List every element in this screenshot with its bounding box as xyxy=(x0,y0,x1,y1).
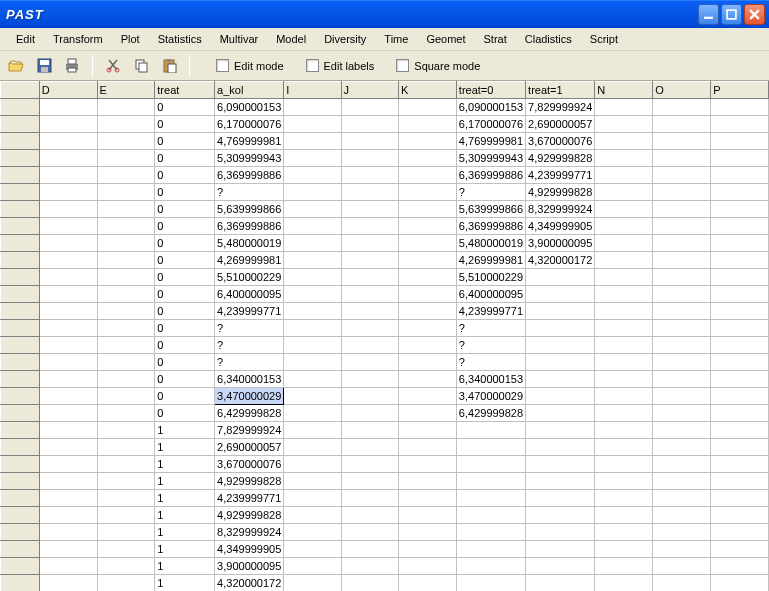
cell[interactable] xyxy=(595,354,653,371)
row-header[interactable] xyxy=(1,303,40,320)
square-mode-toggle[interactable]: Square mode xyxy=(396,59,480,72)
column-header[interactable]: O xyxy=(653,82,711,99)
cell[interactable] xyxy=(526,354,595,371)
cell[interactable] xyxy=(97,150,155,167)
cell[interactable]: 4,769999981 xyxy=(456,133,525,150)
column-header[interactable]: D xyxy=(39,82,97,99)
cell[interactable] xyxy=(711,286,769,303)
cell[interactable]: ? xyxy=(215,337,284,354)
cell[interactable]: 1 xyxy=(155,490,215,507)
cell[interactable] xyxy=(456,490,525,507)
cell[interactable]: 0 xyxy=(155,218,215,235)
column-header[interactable]: treat=1 xyxy=(526,82,595,99)
cell[interactable] xyxy=(341,490,399,507)
cell[interactable]: 1 xyxy=(155,558,215,575)
cell[interactable] xyxy=(284,575,341,592)
cell[interactable] xyxy=(97,303,155,320)
row-header[interactable] xyxy=(1,541,40,558)
cell[interactable] xyxy=(595,473,653,490)
cell[interactable] xyxy=(711,150,769,167)
column-header[interactable]: E xyxy=(97,82,155,99)
cell[interactable] xyxy=(595,439,653,456)
cell[interactable] xyxy=(456,473,525,490)
cell[interactable] xyxy=(456,541,525,558)
cell[interactable] xyxy=(341,354,399,371)
cell[interactable] xyxy=(97,371,155,388)
cell[interactable]: 2,690000057 xyxy=(215,439,284,456)
cell[interactable] xyxy=(653,405,711,422)
row-header[interactable] xyxy=(1,439,40,456)
cell[interactable] xyxy=(284,150,341,167)
cell[interactable] xyxy=(711,422,769,439)
column-header[interactable]: a_kol xyxy=(215,82,284,99)
row-header[interactable] xyxy=(1,167,40,184)
cell[interactable]: 4,929999828 xyxy=(215,473,284,490)
cell[interactable] xyxy=(653,439,711,456)
cell[interactable] xyxy=(711,116,769,133)
cell[interactable] xyxy=(341,507,399,524)
cell[interactable] xyxy=(39,235,97,252)
cell[interactable] xyxy=(653,388,711,405)
cell[interactable] xyxy=(399,167,457,184)
column-header[interactable]: treat=0 xyxy=(456,82,525,99)
cell[interactable] xyxy=(284,184,341,201)
cell[interactable] xyxy=(595,490,653,507)
cell[interactable]: 1 xyxy=(155,456,215,473)
cell[interactable] xyxy=(284,201,341,218)
cell[interactable]: 5,309999943 xyxy=(456,150,525,167)
row-header[interactable] xyxy=(1,337,40,354)
cell[interactable] xyxy=(653,218,711,235)
cell[interactable] xyxy=(526,388,595,405)
cell[interactable] xyxy=(39,558,97,575)
cell[interactable]: 5,639999866 xyxy=(456,201,525,218)
cell[interactable]: 5,510000229 xyxy=(215,269,284,286)
cell[interactable] xyxy=(399,252,457,269)
cell[interactable] xyxy=(39,371,97,388)
menu-diversity[interactable]: Diversity xyxy=(316,31,374,47)
cell[interactable] xyxy=(39,405,97,422)
cell[interactable] xyxy=(341,575,399,592)
cell[interactable]: 4,239999771 xyxy=(215,490,284,507)
cell[interactable] xyxy=(39,133,97,150)
row-header[interactable] xyxy=(1,99,40,116)
cell[interactable] xyxy=(284,371,341,388)
column-header[interactable]: treat xyxy=(155,82,215,99)
cell[interactable] xyxy=(653,507,711,524)
cell[interactable]: 5,510000229 xyxy=(456,269,525,286)
cell[interactable] xyxy=(341,524,399,541)
cell[interactable] xyxy=(595,388,653,405)
copy-button[interactable] xyxy=(129,54,153,78)
cell[interactable] xyxy=(341,405,399,422)
cell[interactable]: 1 xyxy=(155,524,215,541)
cell[interactable] xyxy=(97,286,155,303)
cell[interactable]: 3,670000076 xyxy=(215,456,284,473)
cell[interactable] xyxy=(595,218,653,235)
cell[interactable] xyxy=(341,371,399,388)
cell[interactable] xyxy=(595,575,653,592)
cell[interactable] xyxy=(341,541,399,558)
cell[interactable]: 1 xyxy=(155,422,215,439)
cell[interactable] xyxy=(284,405,341,422)
cell[interactable] xyxy=(39,252,97,269)
column-header[interactable]: P xyxy=(711,82,769,99)
cell[interactable]: 6,170000076 xyxy=(215,116,284,133)
cell[interactable] xyxy=(653,167,711,184)
cell[interactable] xyxy=(39,354,97,371)
cell[interactable]: 5,480000019 xyxy=(215,235,284,252)
cell[interactable] xyxy=(399,439,457,456)
cell[interactable] xyxy=(653,252,711,269)
cell[interactable] xyxy=(97,235,155,252)
row-header[interactable] xyxy=(1,405,40,422)
row-header[interactable] xyxy=(1,575,40,592)
cell[interactable] xyxy=(341,201,399,218)
cell[interactable] xyxy=(39,150,97,167)
cell[interactable]: 6,400000095 xyxy=(456,286,525,303)
cell[interactable]: 5,309999943 xyxy=(215,150,284,167)
row-header[interactable] xyxy=(1,133,40,150)
cell[interactable]: 0 xyxy=(155,184,215,201)
cell[interactable] xyxy=(97,524,155,541)
row-header[interactable] xyxy=(1,286,40,303)
cell[interactable] xyxy=(653,116,711,133)
cell[interactable]: 4,239999771 xyxy=(215,303,284,320)
cell[interactable] xyxy=(595,558,653,575)
